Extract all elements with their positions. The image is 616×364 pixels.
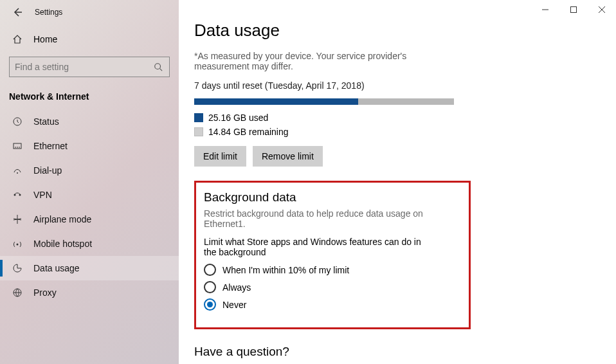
remaining-swatch-icon xyxy=(194,127,203,136)
nav-home[interactable]: Home xyxy=(0,27,179,51)
window-title: Settings xyxy=(35,8,62,17)
nav-item-label: Proxy xyxy=(33,287,57,298)
nav-item-label: Dial-up xyxy=(33,165,62,176)
nav-item-airplane[interactable]: Airplane mode xyxy=(0,207,179,232)
nav-item-label: Airplane mode xyxy=(33,214,91,224)
reset-info: 7 days until reset (Tuesday, April 17, 2… xyxy=(194,80,595,91)
close-button[interactable] xyxy=(588,0,616,19)
nav-home-label: Home xyxy=(33,34,57,44)
nav-item-vpn[interactable]: VPN xyxy=(0,183,179,207)
main-panel: Data usage x *As measured by your device… xyxy=(179,0,616,364)
nav-item-datausage[interactable]: Data usage xyxy=(0,256,179,280)
measured-note: *As measured by your device. Your servic… xyxy=(194,51,451,71)
svg-point-3 xyxy=(17,172,18,174)
back-button[interactable] xyxy=(12,6,23,18)
background-data-sub: Restrict background data to help reduce … xyxy=(204,208,458,229)
minimize-button[interactable] xyxy=(531,0,559,19)
nav-item-label: Mobile hotspot xyxy=(33,239,92,249)
radio-option-1[interactable]: Always xyxy=(204,281,458,293)
proxy-icon xyxy=(12,287,23,298)
nav-item-proxy[interactable]: Proxy xyxy=(0,280,179,305)
titlebar xyxy=(179,0,616,19)
radio-icon xyxy=(204,298,216,311)
radio-option-2[interactable]: Never xyxy=(204,298,458,311)
hotspot-icon xyxy=(12,238,23,250)
vpn-icon xyxy=(12,189,23,201)
status-icon xyxy=(12,116,23,127)
ethernet-icon xyxy=(12,140,23,152)
sidebar: Settings Home Network & Internet StatusE… xyxy=(0,0,179,364)
page-title: Data usage xyxy=(194,21,595,41)
category-header: Network & Internet xyxy=(0,89,179,109)
edit-limit-button[interactable]: Edit limit xyxy=(194,146,246,167)
radio-option-0[interactable]: When I'm within 10% of my limit xyxy=(204,264,458,276)
search-icon xyxy=(152,61,164,73)
usage-bar xyxy=(194,98,454,105)
nav-item-hotspot[interactable]: Mobile hotspot xyxy=(0,232,179,256)
remove-limit-button[interactable]: Remove limit xyxy=(253,146,323,167)
radio-icon xyxy=(204,264,216,276)
nav-item-label: VPN xyxy=(33,190,52,200)
dialup-icon xyxy=(12,165,23,176)
nav-item-label: Status xyxy=(33,116,59,127)
partial-cutoff-header: x xyxy=(194,42,595,47)
maximize-button[interactable] xyxy=(559,0,588,19)
search-box[interactable] xyxy=(9,57,170,77)
usage-bar-fill xyxy=(194,98,358,105)
background-limit-label: Limit what Store apps and Windows featur… xyxy=(204,237,429,257)
radio-label: Always xyxy=(222,282,251,293)
background-data-highlight: Background data Restrict background data… xyxy=(194,181,471,329)
home-icon xyxy=(12,33,23,45)
nav-item-ethernet[interactable]: Ethernet xyxy=(0,134,179,158)
background-data-title: Background data xyxy=(204,190,458,205)
datausage-icon xyxy=(12,262,23,274)
radio-label: Never xyxy=(222,300,246,310)
svg-rect-8 xyxy=(571,7,577,13)
nav-item-status[interactable]: Status xyxy=(0,109,179,134)
legend-remaining: 14.84 GB remaining xyxy=(194,127,595,137)
svg-point-0 xyxy=(155,64,161,69)
nav-item-label: Ethernet xyxy=(33,141,68,151)
nav-item-label: Data usage xyxy=(33,263,80,273)
radio-label: When I'm within 10% of my limit xyxy=(222,265,349,275)
legend-used: 25.16 GB used xyxy=(194,113,595,123)
nav-item-dialup[interactable]: Dial-up xyxy=(0,158,179,183)
used-swatch-icon xyxy=(194,113,203,122)
svg-point-6 xyxy=(17,244,19,246)
search-input[interactable] xyxy=(15,62,152,72)
airplane-icon xyxy=(12,214,23,225)
question-header: Have a question? xyxy=(194,345,595,359)
radio-icon xyxy=(204,281,216,293)
